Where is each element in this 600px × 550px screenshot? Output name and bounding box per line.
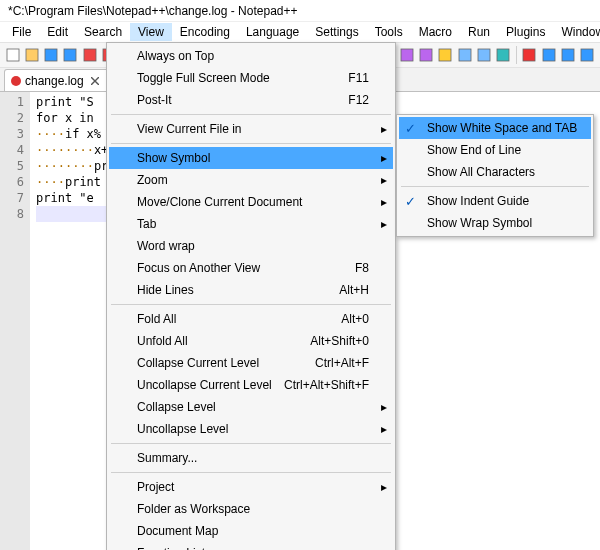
show-symbol-item-show-end-of-line[interactable]: Show End of Line [399, 139, 591, 161]
view-menu-item-unfold-all[interactable]: Unfold AllAlt+Shift+0 [109, 330, 393, 352]
folder-button[interactable] [437, 46, 454, 64]
indent-button[interactable] [398, 46, 415, 64]
stop-icon [561, 48, 575, 62]
view-menu-item-summary[interactable]: Summary... [109, 447, 393, 469]
submenu-arrow-icon: ▸ [381, 422, 387, 436]
eye-icon [496, 48, 510, 62]
stop-button[interactable] [559, 46, 576, 64]
menu-item-shortcut: Alt+0 [341, 312, 369, 326]
svg-rect-21 [439, 49, 451, 61]
menu-item-label: Uncollapse Level [137, 422, 228, 436]
save-button[interactable] [43, 46, 60, 64]
menu-file[interactable]: File [4, 23, 39, 41]
show-symbol-item-show-white-space-and-tab[interactable]: ✓Show White Space and TAB [399, 117, 591, 139]
menu-item-label: Hide Lines [137, 283, 194, 297]
menu-separator [111, 472, 391, 473]
menu-item-label: Collapse Current Level [137, 356, 259, 370]
unsaved-indicator-icon [11, 76, 21, 86]
view-menu-item-word-wrap[interactable]: Word wrap [109, 235, 393, 257]
eye-button[interactable] [495, 46, 512, 64]
show-symbol-submenu: ✓Show White Space and TABShow End of Lin… [396, 114, 594, 237]
show-symbol-item-show-all-characters[interactable]: Show All Characters [399, 161, 591, 183]
menu-item-label: Function List [137, 546, 205, 550]
menu-macro[interactable]: Macro [411, 23, 460, 41]
menu-item-label: Document Map [137, 524, 218, 538]
view-menu-item-folder-as-workspace[interactable]: Folder as Workspace [109, 498, 393, 520]
func-icon [477, 48, 491, 62]
new-button[interactable] [4, 46, 21, 64]
close-tab-icon[interactable] [88, 74, 102, 88]
submenu-arrow-icon: ▸ [381, 173, 387, 187]
view-menu-item-toggle-full-screen-mode[interactable]: Toggle Full Screen ModeF11 [109, 67, 393, 89]
view-menu-item-zoom[interactable]: Zoom▸ [109, 169, 393, 191]
submenu-arrow-icon: ▸ [381, 122, 387, 136]
menu-item-label: Unfold All [137, 334, 188, 348]
menu-language[interactable]: Language [238, 23, 307, 41]
svg-rect-28 [581, 49, 593, 61]
record-button[interactable] [521, 46, 538, 64]
view-menu-item-document-map[interactable]: Document Map [109, 520, 393, 542]
menu-plugins[interactable]: Plugins [498, 23, 553, 41]
svg-rect-25 [523, 49, 535, 61]
check-icon: ✓ [405, 194, 416, 209]
view-menu-item-collapse-current-level[interactable]: Collapse Current LevelCtrl+Alt+F [109, 352, 393, 374]
view-menu-item-post-it[interactable]: Post-ItF12 [109, 89, 393, 111]
guide-button[interactable] [417, 46, 434, 64]
show-symbol-item-show-indent-guide[interactable]: ✓Show Indent Guide [399, 190, 591, 212]
tab-changelog[interactable]: change.log [4, 69, 109, 91]
doclist-button[interactable] [456, 46, 473, 64]
menu-bar: FileEditSearchViewEncodingLanguageSettin… [0, 22, 600, 42]
view-menu-item-tab[interactable]: Tab▸ [109, 213, 393, 235]
menu-separator [111, 114, 391, 115]
view-menu-item-hide-lines[interactable]: Hide LinesAlt+H [109, 279, 393, 301]
menu-item-label: Move/Clone Current Document [137, 195, 302, 209]
menu-tools[interactable]: Tools [367, 23, 411, 41]
playlist-button[interactable] [579, 46, 596, 64]
save-all-icon [63, 48, 77, 62]
menu-encoding[interactable]: Encoding [172, 23, 238, 41]
view-menu-item-fold-all[interactable]: Fold AllAlt+0 [109, 308, 393, 330]
view-menu-item-always-on-top[interactable]: Always on Top [109, 45, 393, 67]
view-menu-item-move-clone-current-document[interactable]: Move/Clone Current Document▸ [109, 191, 393, 213]
check-icon: ✓ [405, 121, 416, 136]
menu-item-label: Summary... [137, 451, 197, 465]
menu-item-label: Project [137, 480, 174, 494]
view-menu-item-show-symbol[interactable]: Show Symbol▸ [109, 147, 393, 169]
view-menu-item-uncollapse-current-level[interactable]: Uncollapse Current LevelCtrl+Alt+Shift+F [109, 374, 393, 396]
view-menu-item-project[interactable]: Project▸ [109, 476, 393, 498]
menu-separator [401, 186, 589, 187]
guide-icon [419, 48, 433, 62]
func-button[interactable] [475, 46, 492, 64]
open-button[interactable] [23, 46, 40, 64]
menu-window[interactable]: Window [553, 23, 600, 41]
save-all-button[interactable] [62, 46, 79, 64]
menu-settings[interactable]: Settings [307, 23, 366, 41]
close-button[interactable] [81, 46, 98, 64]
svg-rect-19 [401, 49, 413, 61]
menu-search[interactable]: Search [76, 23, 130, 41]
play-icon [542, 48, 556, 62]
open-icon [25, 48, 39, 62]
svg-rect-22 [459, 49, 471, 61]
indent-icon [400, 48, 414, 62]
show-symbol-item-show-wrap-symbol[interactable]: Show Wrap Symbol [399, 212, 591, 234]
toolbar-separator [516, 46, 517, 64]
view-menu-item-collapse-level[interactable]: Collapse Level▸ [109, 396, 393, 418]
view-menu-item-function-list[interactable]: Function List [109, 542, 393, 550]
view-menu-item-view-current-file-in[interactable]: View Current File in▸ [109, 118, 393, 140]
menu-item-shortcut: Alt+Shift+0 [310, 334, 369, 348]
menu-item-shortcut: F8 [355, 261, 369, 275]
menu-item-label: Folder as Workspace [137, 502, 250, 516]
close-icon [83, 48, 97, 62]
view-menu-item-focus-on-another-view[interactable]: Focus on Another ViewF8 [109, 257, 393, 279]
menu-run[interactable]: Run [460, 23, 498, 41]
window-title: *C:\Program Files\Notepad++\change.log -… [8, 4, 298, 18]
menu-view[interactable]: View [130, 23, 172, 41]
menu-edit[interactable]: Edit [39, 23, 76, 41]
view-menu-item-uncollapse-level[interactable]: Uncollapse Level▸ [109, 418, 393, 440]
svg-rect-26 [543, 49, 555, 61]
play-button[interactable] [540, 46, 557, 64]
line-number-gutter: 12345678 [0, 92, 30, 550]
menu-item-label: Show All Characters [427, 165, 535, 179]
menu-separator [111, 304, 391, 305]
